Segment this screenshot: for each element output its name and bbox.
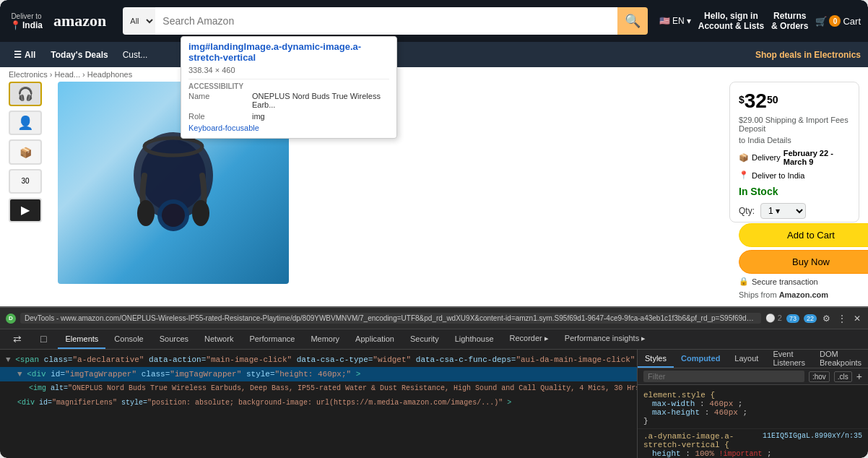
- elements-line-4[interactable]: <div id="magnifierLens" style="position:…: [0, 396, 637, 410]
- buy-now-button[interactable]: Buy Now: [739, 250, 868, 274]
- tab-perf-insights[interactable]: Performance insights ▸: [557, 329, 653, 349]
- arrow-icon-2[interactable]: ▼: [17, 370, 22, 379]
- deliver-label: Deliver to: [11, 12, 41, 20]
- deliver-country: 📍 India: [10, 20, 43, 30]
- devtools-close-button[interactable]: ✕: [852, 312, 862, 325]
- breadcrumb: Electronics › Head... › Headphones: [0, 67, 868, 82]
- delivery-to: to India Details: [739, 136, 850, 144]
- ships-from-val: Amazon.com: [779, 290, 828, 299]
- elements-line-1[interactable]: ▼ <span class="a-declarative" data-actio…: [0, 353, 637, 367]
- tab-memory[interactable]: Memory: [303, 329, 347, 349]
- cart-badge: 0: [829, 15, 841, 27]
- thumb-1[interactable]: 🎧: [9, 82, 42, 106]
- style-rule-element: element.style { max-width : 460px ; max-…: [638, 388, 868, 429]
- amazon-header: Deliver to 📍 India amazon All 🔍 🇺🇸 EN ▾ …: [0, 0, 868, 42]
- tab-security[interactable]: Security: [403, 329, 446, 349]
- language-selector[interactable]: 🇺🇸 EN ▾: [659, 16, 691, 26]
- styles-toolbar: :hov .cls +: [638, 368, 868, 385]
- location-icon: 📍: [739, 170, 749, 180]
- amazon-logo[interactable]: amazon: [48, 8, 111, 34]
- product-layout: 🎧 👤 📦 30 ▶: [0, 82, 868, 222]
- price-main: 32: [745, 91, 767, 111]
- rule-1-props: max-width : 460px ; max-height : 460px: [643, 399, 862, 417]
- search-input[interactable]: [155, 7, 617, 35]
- devtools-toggle-btn[interactable]: ⇄: [6, 329, 29, 349]
- styles-tab-styles[interactable]: Styles: [638, 350, 674, 368]
- header-right: 🇺🇸 EN ▾ Hello, sign in Account & Lists R…: [659, 11, 861, 31]
- account-link[interactable]: Hello, sign in Account & Lists: [698, 11, 764, 31]
- devtools-error-count: ⚪ 2: [765, 314, 782, 323]
- add-style-button[interactable]: +: [856, 371, 862, 382]
- devtools-inspect-btn[interactable]: □: [33, 329, 53, 349]
- rule-2-source[interactable]: 11EIQ5IGgaL.8990xY/n:35: [763, 432, 862, 440]
- deliver-to: Deliver to 📍 India: [10, 12, 43, 30]
- devtools-badge-22: 22: [804, 314, 817, 323]
- tab-recorder[interactable]: Recorder ▸: [503, 329, 556, 349]
- tab-sources[interactable]: Sources: [152, 329, 196, 349]
- search-category-select[interactable]: All: [123, 7, 155, 35]
- thumb-2[interactable]: 👤: [9, 111, 42, 135]
- secure-label: Secure transaction: [752, 277, 818, 286]
- rule-2-props: height : 100% !important ; width : aut: [643, 449, 862, 458]
- devtools-body: ▼ <span class="a-declarative" data-actio…: [0, 350, 868, 458]
- style-rule-a-dynamic: 11EIQ5IGgaL.8990xY/n:35 .a-dynamic-image…: [638, 429, 868, 458]
- styles-tab-computed[interactable]: Computed: [674, 350, 727, 368]
- tab-application[interactable]: Application: [348, 329, 402, 349]
- search-bar: All 🔍: [123, 7, 648, 35]
- cls-button[interactable]: .cls: [834, 371, 852, 382]
- tooltip-accessibility-label: ACCESSIBILITY: [188, 79, 389, 90]
- styles-tab-event-listeners[interactable]: Event Listeners: [765, 350, 812, 368]
- styles-tab-layout[interactable]: Layout: [727, 350, 765, 368]
- price-cents: 50: [767, 94, 778, 105]
- delivery-date-row: 📦 Delivery February 22 - March 9: [739, 149, 850, 166]
- amazon-page: Deliver to 📍 India amazon All 🔍 🇺🇸 EN ▾ …: [0, 0, 868, 458]
- styles-content: element.style { max-width : 460px ; max-…: [638, 385, 868, 458]
- tooltip-title: img#landingImage.a-dynamic-image.a-stret…: [188, 41, 389, 63]
- secure-icon: 🔒: [739, 277, 749, 286]
- prop-max-width: max-width : 460px ;: [652, 399, 862, 408]
- tab-network[interactable]: Network: [197, 329, 240, 349]
- svg-point-4: [137, 200, 155, 226]
- tab-console[interactable]: Console: [107, 329, 150, 349]
- rule-1-selector: element.style {: [643, 391, 715, 399]
- custom-nav[interactable]: Cust...: [117, 46, 154, 64]
- qty-select[interactable]: 1 ▾: [760, 203, 806, 219]
- elements-line-3[interactable]: <img alt="ONEPLUS Nord Buds True Wireles…: [0, 381, 637, 396]
- search-button[interactable]: 🔍: [617, 7, 648, 35]
- elements-panel: ▼ <span class="a-declarative" data-actio…: [0, 350, 637, 458]
- delivery-icon: 📦: [739, 153, 749, 163]
- add-to-cart-button[interactable]: Add to Cart: [739, 223, 868, 247]
- elements-line-2[interactable]: ▼ <div id="imgTagWrapper" class="imgTagW…: [0, 367, 637, 381]
- tooltip-keyboard-row: Keyboard-focusable: [188, 122, 389, 134]
- devtools-settings-button[interactable]: ⚙: [821, 312, 832, 325]
- tab-lighthouse[interactable]: Lighthouse: [448, 329, 501, 349]
- qty-label: Qty:: [739, 206, 755, 216]
- arrow-icon-1[interactable]: ▼: [6, 355, 11, 364]
- tab-performance[interactable]: Performance: [242, 329, 302, 349]
- tooltip-role-row: Role img: [188, 111, 389, 122]
- styles-filter-input[interactable]: [643, 371, 804, 382]
- delivery-date-label: Delivery: [752, 153, 781, 162]
- location-row: 📍 Deliver to India: [739, 170, 850, 180]
- all-nav-item[interactable]: ☰ All: [7, 45, 42, 65]
- price-currency: $: [739, 94, 745, 105]
- shipping-info: $29.00 Shipping & Import Fees Deposit: [739, 116, 850, 133]
- devtools-more-button[interactable]: ⋮: [836, 312, 848, 325]
- tab-elements[interactable]: Elements: [58, 329, 105, 349]
- returns-link[interactable]: Returns & Orders: [771, 11, 808, 31]
- shop-deals-banner[interactable]: Shop deals in Electronics: [755, 50, 861, 60]
- devtools-url-bar: DevTools - www.amazon.com/ONEPLUS-Wirele…: [20, 313, 761, 324]
- price-box: $ 32 50 $29.00 Shipping & Import Fees De…: [729, 82, 859, 222]
- hov-button[interactable]: :hov: [809, 371, 830, 382]
- thumb-4[interactable]: 30: [9, 169, 42, 194]
- devtools-tabs: ⇄ □ Elements Console Sources Network Per…: [0, 329, 868, 350]
- stock-status: In Stock: [739, 186, 850, 197]
- secure-row: 🔒 Secure transaction: [739, 277, 850, 286]
- today-deals-nav[interactable]: Today's Deals: [45, 46, 113, 64]
- tooltip-name-row: Name ONEPLUS Nord Buds True Wireless Ear…: [188, 90, 389, 111]
- devtools-toolbar: D DevTools - www.amazon.com/ONEPLUS-Wire…: [0, 308, 868, 329]
- styles-tab-dom-breakpoints[interactable]: DOM Breakpoints: [812, 350, 868, 368]
- thumb-3[interactable]: 📦: [9, 139, 42, 164]
- thumb-video[interactable]: ▶: [9, 198, 42, 222]
- cart-link[interactable]: 🛒 0 Cart: [815, 15, 861, 27]
